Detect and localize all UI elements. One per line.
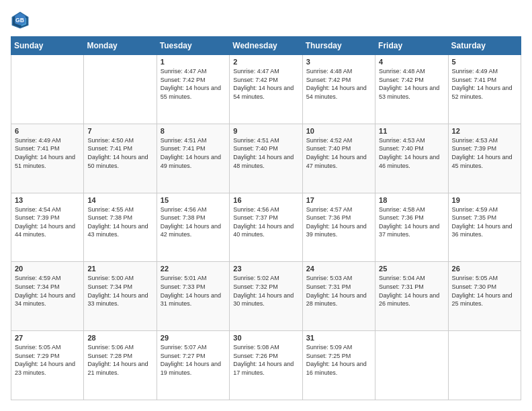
page: GB SundayMondayTuesdayWednesdayThursdayF… <box>0 0 532 411</box>
day-number: 24 <box>306 265 371 273</box>
calendar-cell: 20Sunrise: 4:59 AMSunset: 7:34 PMDayligh… <box>11 262 84 331</box>
calendar-cell: 7Sunrise: 4:50 AMSunset: 7:41 PMDaylight… <box>84 124 157 193</box>
calendar-cell: 5Sunrise: 4:49 AMSunset: 7:41 PMDaylight… <box>448 55 521 124</box>
day-number: 26 <box>452 265 517 273</box>
cell-sun-info: Sunrise: 4:47 AMSunset: 7:42 PMDaylight:… <box>161 67 226 101</box>
day-number: 30 <box>233 334 298 342</box>
logo-icon: GB <box>11 11 30 30</box>
weekday-header-tuesday: Tuesday <box>157 37 229 55</box>
weekday-header-friday: Friday <box>375 37 448 55</box>
calendar-cell: 18Sunrise: 4:58 AMSunset: 7:36 PMDayligh… <box>375 193 448 262</box>
weekday-header-saturday: Saturday <box>448 37 521 55</box>
svg-text:GB: GB <box>15 17 24 24</box>
calendar-cell <box>375 331 448 400</box>
cell-sun-info: Sunrise: 5:02 AMSunset: 7:32 PMDaylight:… <box>233 274 298 308</box>
calendar-cell: 16Sunrise: 4:56 AMSunset: 7:37 PMDayligh… <box>230 193 302 262</box>
cell-sun-info: Sunrise: 4:48 AMSunset: 7:42 PMDaylight:… <box>379 67 444 101</box>
cell-sun-info: Sunrise: 5:03 AMSunset: 7:31 PMDaylight:… <box>306 274 371 308</box>
cell-sun-info: Sunrise: 5:01 AMSunset: 7:33 PMDaylight:… <box>161 274 226 308</box>
cell-sun-info: Sunrise: 5:05 AMSunset: 7:29 PMDaylight:… <box>15 343 80 377</box>
day-number: 3 <box>306 58 371 66</box>
cell-sun-info: Sunrise: 4:53 AMSunset: 7:40 PMDaylight:… <box>379 136 444 170</box>
calendar-cell: 11Sunrise: 4:53 AMSunset: 7:40 PMDayligh… <box>375 124 448 193</box>
calendar-body: 1Sunrise: 4:47 AMSunset: 7:42 PMDaylight… <box>11 55 521 400</box>
day-number: 6 <box>15 127 80 135</box>
calendar-cell: 25Sunrise: 5:04 AMSunset: 7:31 PMDayligh… <box>375 262 448 331</box>
calendar-cell: 23Sunrise: 5:02 AMSunset: 7:32 PMDayligh… <box>230 262 302 331</box>
calendar-cell: 4Sunrise: 4:48 AMSunset: 7:42 PMDaylight… <box>375 55 448 124</box>
day-number: 11 <box>379 127 444 135</box>
calendar-cell: 10Sunrise: 4:52 AMSunset: 7:40 PMDayligh… <box>302 124 375 193</box>
weekday-row: SundayMondayTuesdayWednesdayThursdayFrid… <box>11 37 521 55</box>
day-number: 31 <box>306 334 371 342</box>
cell-sun-info: Sunrise: 4:48 AMSunset: 7:42 PMDaylight:… <box>306 67 371 101</box>
calendar-header: SundayMondayTuesdayWednesdayThursdayFrid… <box>11 37 521 55</box>
cell-sun-info: Sunrise: 4:49 AMSunset: 7:41 PMDaylight:… <box>452 67 517 101</box>
calendar-cell: 30Sunrise: 5:08 AMSunset: 7:26 PMDayligh… <box>230 331 302 400</box>
calendar-table: SundayMondayTuesdayWednesdayThursdayFrid… <box>11 36 521 400</box>
calendar-cell: 9Sunrise: 4:51 AMSunset: 7:40 PMDaylight… <box>230 124 302 193</box>
cell-sun-info: Sunrise: 4:54 AMSunset: 7:39 PMDaylight:… <box>15 205 80 239</box>
calendar-cell: 24Sunrise: 5:03 AMSunset: 7:31 PMDayligh… <box>302 262 375 331</box>
week-row-1: 6Sunrise: 4:49 AMSunset: 7:41 PMDaylight… <box>11 124 521 193</box>
calendar-cell: 31Sunrise: 5:09 AMSunset: 7:25 PMDayligh… <box>302 331 375 400</box>
day-number: 4 <box>379 58 444 66</box>
cell-sun-info: Sunrise: 5:07 AMSunset: 7:27 PMDaylight:… <box>161 343 226 377</box>
cell-sun-info: Sunrise: 4:59 AMSunset: 7:35 PMDaylight:… <box>452 205 517 239</box>
day-number: 18 <box>379 196 444 204</box>
cell-sun-info: Sunrise: 4:49 AMSunset: 7:41 PMDaylight:… <box>15 136 80 170</box>
calendar-cell: 21Sunrise: 5:00 AMSunset: 7:34 PMDayligh… <box>84 262 157 331</box>
calendar-cell <box>11 55 84 124</box>
weekday-header-wednesday: Wednesday <box>230 37 302 55</box>
cell-sun-info: Sunrise: 4:59 AMSunset: 7:34 PMDaylight:… <box>15 274 80 308</box>
week-row-2: 13Sunrise: 4:54 AMSunset: 7:39 PMDayligh… <box>11 193 521 262</box>
day-number: 8 <box>161 127 226 135</box>
weekday-header-sunday: Sunday <box>11 37 84 55</box>
cell-sun-info: Sunrise: 5:05 AMSunset: 7:30 PMDaylight:… <box>452 274 517 308</box>
weekday-header-thursday: Thursday <box>302 37 375 55</box>
day-number: 1 <box>161 58 226 66</box>
day-number: 22 <box>161 265 226 273</box>
calendar-cell: 22Sunrise: 5:01 AMSunset: 7:33 PMDayligh… <box>157 262 229 331</box>
week-row-0: 1Sunrise: 4:47 AMSunset: 7:42 PMDaylight… <box>11 55 521 124</box>
calendar-cell: 27Sunrise: 5:05 AMSunset: 7:29 PMDayligh… <box>11 331 84 400</box>
day-number: 29 <box>161 334 226 342</box>
cell-sun-info: Sunrise: 5:00 AMSunset: 7:34 PMDaylight:… <box>87 274 152 308</box>
calendar-cell <box>84 55 157 124</box>
day-number: 5 <box>452 58 517 66</box>
header: GB <box>11 11 521 30</box>
day-number: 16 <box>233 196 298 204</box>
cell-sun-info: Sunrise: 4:57 AMSunset: 7:36 PMDaylight:… <box>306 205 371 239</box>
day-number: 17 <box>306 196 371 204</box>
week-row-3: 20Sunrise: 4:59 AMSunset: 7:34 PMDayligh… <box>11 262 521 331</box>
week-row-4: 27Sunrise: 5:05 AMSunset: 7:29 PMDayligh… <box>11 331 521 400</box>
day-number: 10 <box>306 127 371 135</box>
day-number: 7 <box>87 127 152 135</box>
day-number: 14 <box>87 196 152 204</box>
cell-sun-info: Sunrise: 5:09 AMSunset: 7:25 PMDaylight:… <box>306 343 371 377</box>
cell-sun-info: Sunrise: 4:55 AMSunset: 7:38 PMDaylight:… <box>87 205 152 239</box>
cell-sun-info: Sunrise: 5:04 AMSunset: 7:31 PMDaylight:… <box>379 274 444 308</box>
day-number: 25 <box>379 265 444 273</box>
cell-sun-info: Sunrise: 4:56 AMSunset: 7:37 PMDaylight:… <box>233 205 298 239</box>
cell-sun-info: Sunrise: 4:56 AMSunset: 7:38 PMDaylight:… <box>161 205 226 239</box>
cell-sun-info: Sunrise: 5:08 AMSunset: 7:26 PMDaylight:… <box>233 343 298 377</box>
day-number: 21 <box>87 265 152 273</box>
cell-sun-info: Sunrise: 4:53 AMSunset: 7:39 PMDaylight:… <box>452 136 517 170</box>
cell-sun-info: Sunrise: 4:51 AMSunset: 7:40 PMDaylight:… <box>233 136 298 170</box>
cell-sun-info: Sunrise: 4:47 AMSunset: 7:42 PMDaylight:… <box>233 67 298 101</box>
day-number: 23 <box>233 265 298 273</box>
day-number: 2 <box>233 58 298 66</box>
calendar-cell: 8Sunrise: 4:51 AMSunset: 7:41 PMDaylight… <box>157 124 229 193</box>
calendar-cell: 14Sunrise: 4:55 AMSunset: 7:38 PMDayligh… <box>84 193 157 262</box>
cell-sun-info: Sunrise: 5:06 AMSunset: 7:28 PMDaylight:… <box>87 343 152 377</box>
day-number: 19 <box>452 196 517 204</box>
calendar-cell: 3Sunrise: 4:48 AMSunset: 7:42 PMDaylight… <box>302 55 375 124</box>
calendar-cell: 6Sunrise: 4:49 AMSunset: 7:41 PMDaylight… <box>11 124 84 193</box>
day-number: 27 <box>15 334 80 342</box>
cell-sun-info: Sunrise: 4:52 AMSunset: 7:40 PMDaylight:… <box>306 136 371 170</box>
cell-sun-info: Sunrise: 4:50 AMSunset: 7:41 PMDaylight:… <box>87 136 152 170</box>
logo: GB <box>11 11 32 30</box>
calendar-cell: 29Sunrise: 5:07 AMSunset: 7:27 PMDayligh… <box>157 331 229 400</box>
day-number: 28 <box>87 334 152 342</box>
